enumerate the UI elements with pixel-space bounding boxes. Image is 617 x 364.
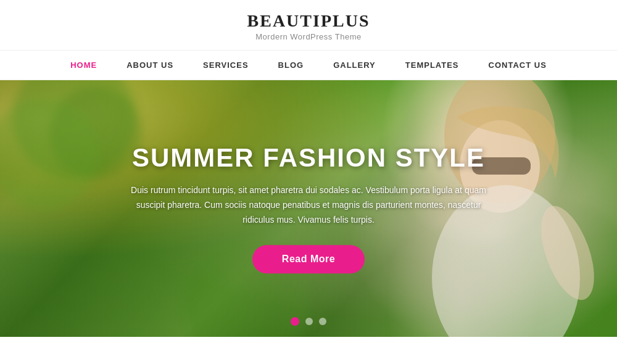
nav-item-templates[interactable]: TEMPLATES xyxy=(391,51,474,80)
site-title: BEAUTIPLUS xyxy=(0,11,617,31)
nav-item-services[interactable]: SERVICES xyxy=(188,51,263,80)
nav-list: HOME ABOUT US SERVICES BLOG GALLERY TEMP… xyxy=(56,51,561,80)
slider-dots xyxy=(291,317,326,326)
site-tagline: Mordern WordPress Theme xyxy=(0,32,617,41)
nav-item-contact[interactable]: CONTACT US xyxy=(474,51,561,80)
slider-dot-2[interactable] xyxy=(305,318,313,325)
hero-content: SUMMER FASHION STYLE Duis rutrum tincidu… xyxy=(99,144,518,273)
nav-item-home[interactable]: HOME xyxy=(56,51,112,80)
slider-dot-1[interactable] xyxy=(291,317,299,326)
hero-description: Duis rutrum tincidunt turpis, sit amet p… xyxy=(123,183,494,227)
nav-item-blog[interactable]: BLOG xyxy=(263,51,319,80)
main-nav: HOME ABOUT US SERVICES BLOG GALLERY TEMP… xyxy=(0,51,617,80)
nav-item-about[interactable]: ABOUT US xyxy=(112,51,188,80)
slider-dot-3[interactable] xyxy=(319,318,326,325)
read-more-button[interactable]: Read More xyxy=(252,245,365,273)
hero-section: SUMMER FASHION STYLE Duis rutrum tincidu… xyxy=(0,80,617,337)
hero-title: SUMMER FASHION STYLE xyxy=(123,144,494,172)
nav-item-gallery[interactable]: GALLERY xyxy=(318,51,391,80)
site-header: BEAUTIPLUS Mordern WordPress Theme xyxy=(0,0,617,51)
